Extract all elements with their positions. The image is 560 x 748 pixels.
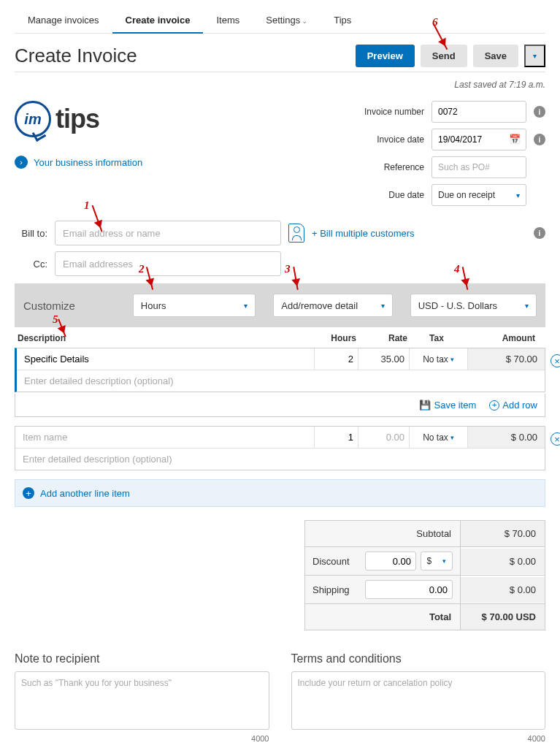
discount-input[interactable] bbox=[365, 552, 416, 570]
line-item: No tax▾ $ 0.00 × bbox=[15, 426, 545, 470]
bill-to-label: Bill to: bbox=[15, 228, 47, 239]
item-tax-select[interactable]: No tax▾ bbox=[410, 348, 468, 370]
add-line-item-button[interactable]: + Add another line item bbox=[15, 479, 545, 507]
tab-tips[interactable]: Tips bbox=[321, 7, 364, 33]
item-amount: $ 70.00 bbox=[468, 348, 545, 370]
item-description-input[interactable] bbox=[24, 375, 537, 386]
terms-textarea[interactable] bbox=[291, 671, 546, 730]
contact-icon[interactable] bbox=[288, 224, 304, 243]
logo-text: tips bbox=[55, 104, 99, 134]
due-date-value: Due on receipt bbox=[438, 190, 495, 200]
invoice-number-input[interactable] bbox=[431, 101, 526, 123]
item-tax-value: No tax bbox=[423, 354, 448, 365]
due-date-select[interactable]: Due on receipt▾ bbox=[431, 184, 526, 206]
item-tax-value: No tax bbox=[423, 432, 448, 443]
shipping-label: Shipping bbox=[312, 584, 350, 595]
terms-title: Terms and conditions bbox=[291, 652, 546, 665]
remove-item-button[interactable]: × bbox=[551, 432, 560, 446]
chevron-down-icon: ▾ bbox=[450, 356, 454, 363]
discount-label: Discount bbox=[312, 556, 350, 567]
item-hours-input[interactable] bbox=[315, 354, 353, 365]
note-recipient-count: 4000 bbox=[15, 734, 269, 743]
save-button[interactable]: Save bbox=[473, 45, 518, 67]
invoice-number-label: Invoice number bbox=[344, 107, 424, 117]
tab-settings[interactable]: Settings⌄ bbox=[253, 7, 321, 33]
add-row-label: Add row bbox=[502, 400, 537, 411]
tab-manage-invoices[interactable]: Manage invoices bbox=[15, 7, 112, 33]
line-item: No tax▾ $ 70.00 × bbox=[15, 348, 545, 392]
logo-badge-icon: im bbox=[15, 101, 51, 137]
chevron-down-icon: ▾ bbox=[244, 302, 248, 310]
col-tax: Tax bbox=[407, 333, 466, 343]
preview-button[interactable]: Preview bbox=[356, 45, 415, 67]
note-recipient-title: Note to recipient bbox=[15, 652, 269, 665]
bill-to-input[interactable] bbox=[55, 221, 281, 245]
item-tax-select[interactable]: No tax▾ bbox=[410, 427, 468, 448]
col-rate: Rate bbox=[356, 333, 407, 343]
business-logo: im tips bbox=[15, 101, 161, 137]
save-item-label: Save item bbox=[434, 400, 476, 411]
save-dropdown-button[interactable]: ▾ bbox=[524, 45, 545, 67]
customize-label: Customize bbox=[23, 299, 75, 312]
currency-select[interactable]: USD - U.S. Dollars▾ bbox=[410, 294, 537, 317]
last-saved-text: Last saved at 7:19 a.m. bbox=[15, 80, 545, 90]
info-icon[interactable]: i bbox=[534, 134, 545, 145]
terms-count: 4000 bbox=[291, 734, 546, 743]
save-item-button[interactable]: 💾Save item bbox=[419, 400, 476, 411]
discount-amount: $ 0.00 bbox=[461, 549, 545, 574]
col-amount: Amount bbox=[466, 333, 542, 343]
col-hours: Hours bbox=[312, 333, 356, 343]
item-name-input[interactable] bbox=[23, 432, 307, 443]
invoice-date-label: Invoice date bbox=[344, 134, 424, 145]
chevron-right-icon: › bbox=[15, 156, 28, 169]
reference-label: Reference bbox=[344, 162, 424, 172]
item-rate-input[interactable] bbox=[358, 354, 404, 365]
business-info-link[interactable]: › Your business information bbox=[15, 156, 161, 169]
item-amount: $ 0.00 bbox=[468, 427, 545, 448]
totals-table: Subtotal $ 70.00 Discount $▾ $ 0.00 Ship… bbox=[304, 520, 545, 630]
total-value: $ 70.00 USD bbox=[461, 604, 545, 630]
item-description-input[interactable] bbox=[23, 454, 537, 465]
calendar-icon[interactable]: 📅 bbox=[509, 134, 521, 145]
detail-value: Add/remove detail bbox=[281, 300, 358, 311]
total-label: Total bbox=[305, 604, 461, 630]
add-line-label: Add another line item bbox=[40, 488, 130, 499]
quantity-type-value: Hours bbox=[141, 300, 166, 311]
detail-select[interactable]: Add/remove detail▾ bbox=[273, 294, 392, 317]
due-date-label: Due date bbox=[344, 190, 424, 200]
plus-icon: + bbox=[489, 400, 499, 411]
info-icon[interactable]: i bbox=[534, 106, 545, 118]
shipping-input[interactable] bbox=[365, 580, 453, 599]
chevron-down-icon: ▾ bbox=[516, 191, 520, 199]
item-actions: 💾Save item +Add row bbox=[15, 394, 545, 417]
tab-create-invoice[interactable]: Create invoice bbox=[112, 7, 204, 33]
subtotal-value: $ 70.00 bbox=[461, 521, 545, 546]
cc-input[interactable] bbox=[55, 251, 281, 276]
chevron-down-icon: ▾ bbox=[525, 302, 529, 310]
note-recipient-textarea[interactable] bbox=[15, 671, 269, 730]
top-tabs: Manage invoices Create invoice Items Set… bbox=[15, 7, 545, 34]
item-rate-input[interactable] bbox=[358, 432, 404, 443]
chevron-down-icon: ▾ bbox=[381, 302, 385, 310]
discount-unit-select[interactable]: $▾ bbox=[421, 552, 453, 570]
tab-settings-label: Settings bbox=[266, 15, 300, 26]
remove-item-button[interactable]: × bbox=[551, 354, 560, 367]
divider bbox=[15, 72, 545, 72]
item-hours-input[interactable] bbox=[315, 432, 353, 443]
page-title: Create Invoice bbox=[15, 45, 137, 67]
business-info-label: Your business information bbox=[34, 157, 142, 168]
quantity-type-select[interactable]: Hours▾ bbox=[133, 294, 256, 317]
item-name-input[interactable] bbox=[24, 354, 307, 365]
cc-label: Cc: bbox=[15, 259, 47, 270]
plus-icon: + bbox=[23, 487, 34, 499]
chevron-down-icon: ▾ bbox=[442, 557, 446, 565]
reference-input[interactable] bbox=[431, 156, 526, 178]
info-icon[interactable]: i bbox=[534, 227, 545, 239]
add-row-button[interactable]: +Add row bbox=[489, 400, 537, 411]
discount-unit-value: $ bbox=[427, 556, 432, 566]
chevron-down-icon: ⌄ bbox=[302, 17, 307, 25]
chevron-down-icon: ▾ bbox=[450, 434, 454, 441]
tab-items[interactable]: Items bbox=[203, 7, 253, 33]
bill-multiple-link[interactable]: + Bill multiple customers bbox=[312, 228, 415, 239]
shipping-amount: $ 0.00 bbox=[461, 577, 545, 603]
